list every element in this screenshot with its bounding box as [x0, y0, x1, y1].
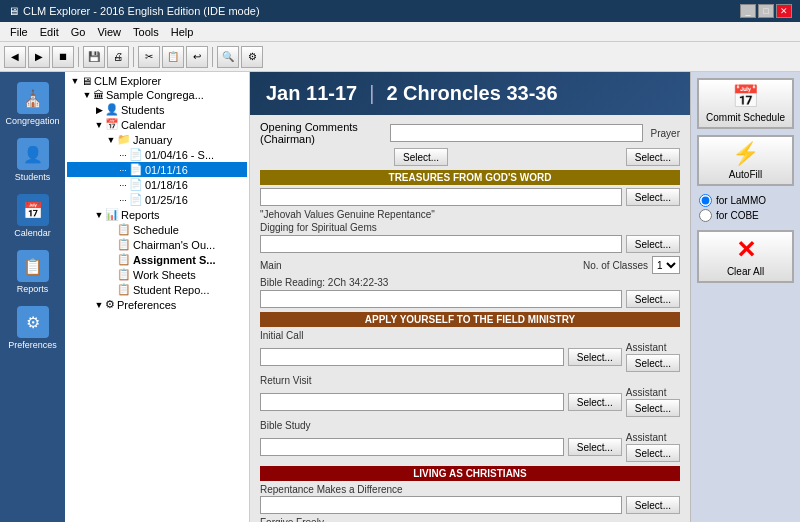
repentance-select-button[interactable]: Select... [626, 496, 680, 514]
students-icon: 👤 [17, 138, 49, 170]
header-separator: | [369, 82, 374, 105]
repentance-input[interactable] [260, 496, 622, 514]
preferences-label: Preferences [8, 340, 57, 350]
calendar-label: Calendar [14, 228, 51, 238]
save-button[interactable]: 💾 [83, 46, 105, 68]
sidebar-reports[interactable]: 📋 Reports [4, 244, 62, 300]
commit-label: Commit Schedule [706, 112, 785, 123]
tree-root[interactable]: ▼ 🖥 CLM Explorer [67, 74, 247, 88]
tree-week4[interactable]: ··· 📄 01/25/16 [67, 192, 247, 207]
icon-sidebar: ⛪ Congregation 👤 Students 📅 Calendar 📋 R… [0, 72, 65, 522]
tree-label-studentreport: Student Repo... [133, 284, 209, 296]
tree-toggle-congregation: ▼ [81, 90, 93, 100]
return-visit-select-button[interactable]: Select... [568, 393, 622, 411]
menu-edit[interactable]: Edit [34, 25, 65, 39]
bible-study-row: Select... Assistant Select... [260, 432, 680, 462]
print-button[interactable]: 🖨 [107, 46, 129, 68]
minimize-button[interactable]: _ [740, 4, 756, 18]
menu-go[interactable]: Go [65, 25, 92, 39]
bible-study-input[interactable] [260, 438, 564, 456]
return-visit-assistant-select[interactable]: Select... [626, 399, 680, 417]
sidebar-calendar[interactable]: 📅 Calendar [4, 188, 62, 244]
tree-label-week2: 01/11/16 [145, 164, 188, 176]
undo-button[interactable]: ↩ [186, 46, 208, 68]
cut-button[interactable]: ✂ [138, 46, 160, 68]
tree-icon-week3: 📄 [129, 178, 143, 191]
digging-select-button[interactable]: Select... [626, 235, 680, 253]
tree-label-worksheets: Work Sheets [133, 269, 196, 281]
autofill-button[interactable]: ⚡ AutoFill [697, 135, 794, 186]
content-area: Jan 11-17 | 2 Chroncles 33-36 Opening Co… [250, 72, 690, 522]
opening-select-row: Select... Select... [260, 148, 680, 166]
cobe-radio-row: for COBE [699, 209, 792, 222]
bible-reading-input[interactable] [260, 290, 622, 308]
tree-reports[interactable]: ▼ 📊 Reports [67, 207, 247, 222]
stop-button[interactable]: ⏹ [52, 46, 74, 68]
lamma-radio[interactable] [699, 194, 712, 207]
jehovah-select-button[interactable]: Select... [626, 188, 680, 206]
menu-view[interactable]: View [91, 25, 127, 39]
close-button[interactable]: ✕ [776, 4, 792, 18]
bible-reading-select-button[interactable]: Select... [626, 290, 680, 308]
preferences-icon: ⚙ [17, 306, 49, 338]
bible-reading-label: Bible Reading: 2Ch 34:22-33 [260, 277, 680, 288]
opening-comments-input[interactable] [390, 124, 642, 142]
sidebar-congregation[interactable]: ⛪ Congregation [4, 76, 62, 132]
tree-chairmans[interactable]: 📋 Chairman's Ou... [67, 237, 247, 252]
tree-week2[interactable]: ··· 📄 01/11/16 [67, 162, 247, 177]
maximize-button[interactable]: □ [758, 4, 774, 18]
no-classes-label: No. of Classes [583, 260, 648, 271]
tree-label-students: Students [121, 104, 164, 116]
tree-week1[interactable]: ··· 📄 01/04/16 - S... [67, 147, 247, 162]
return-visit-input[interactable] [260, 393, 564, 411]
cobe-radio[interactable] [699, 209, 712, 222]
sidebar-preferences[interactable]: ⚙ Preferences [4, 300, 62, 356]
sidebar-students[interactable]: 👤 Students [4, 132, 62, 188]
prayer-top-select-button[interactable]: Select... [626, 148, 680, 166]
initial-call-input[interactable] [260, 348, 564, 366]
initial-call-select-button[interactable]: Select... [568, 348, 622, 366]
tree-toggle-january: ▼ [105, 135, 117, 145]
search-button[interactable]: 🔍 [217, 46, 239, 68]
bible-study-assistant-select[interactable]: Select... [626, 444, 680, 462]
cobe-label: for COBE [716, 210, 759, 221]
tree-studentreport[interactable]: 📋 Student Repo... [67, 282, 247, 297]
tree-january[interactable]: ▼ 📁 January [67, 132, 247, 147]
tree-students[interactable]: ▶ 👤 Students [67, 102, 247, 117]
opening-select-button[interactable]: Select... [394, 148, 448, 166]
tree-calendar[interactable]: ▼ 📅 Calendar [67, 117, 247, 132]
digging-input[interactable] [260, 235, 622, 253]
clear-all-button[interactable]: ✕ Clear All [697, 230, 794, 283]
menu-help[interactable]: Help [165, 25, 200, 39]
settings-button[interactable]: ⚙ [241, 46, 263, 68]
tree-toggle-week4: ··· [117, 195, 129, 205]
menu-file[interactable]: File [4, 25, 34, 39]
tree-week3[interactable]: ··· 📄 01/18/16 [67, 177, 247, 192]
no-classes-select[interactable]: 1 2 [652, 256, 680, 274]
initial-call-assistant-select[interactable]: Select... [626, 354, 680, 372]
bible-reading-row: Select... [260, 290, 680, 308]
repentance-row: Select... [260, 496, 680, 514]
tree-icon-schedule: 📋 [117, 223, 131, 236]
tree-worksheets[interactable]: 📋 Work Sheets [67, 267, 247, 282]
tree-icon-chairmans: 📋 [117, 238, 131, 251]
tree-label-root: CLM Explorer [94, 75, 161, 87]
menu-tools[interactable]: Tools [127, 25, 165, 39]
window-controls: _ □ ✕ [740, 4, 792, 18]
tree-assignment[interactable]: 📋 Assignment S... [67, 252, 247, 267]
back-button[interactable]: ◀ [4, 46, 26, 68]
initial-call-assistant-label: Assistant [626, 342, 680, 353]
tree-congregation[interactable]: ▼ 🏛 Sample Congrega... [67, 88, 247, 102]
tree-label-chairmans: Chairman's Ou... [133, 239, 215, 251]
clear-label: Clear All [727, 266, 764, 277]
tree-icon-week1: 📄 [129, 148, 143, 161]
tree-preferences[interactable]: ▼ ⚙ Preferences [67, 297, 247, 312]
commit-schedule-button[interactable]: 📅 Commit Schedule [697, 78, 794, 129]
forward-button[interactable]: ▶ [28, 46, 50, 68]
copy-button[interactable]: 📋 [162, 46, 184, 68]
return-visit-row: Select... Assistant Select... [260, 387, 680, 417]
prayer-top-label: Prayer [651, 128, 680, 139]
jehovah-input[interactable] [260, 188, 622, 206]
tree-schedule[interactable]: 📋 Schedule [67, 222, 247, 237]
bible-study-select-button[interactable]: Select... [568, 438, 622, 456]
